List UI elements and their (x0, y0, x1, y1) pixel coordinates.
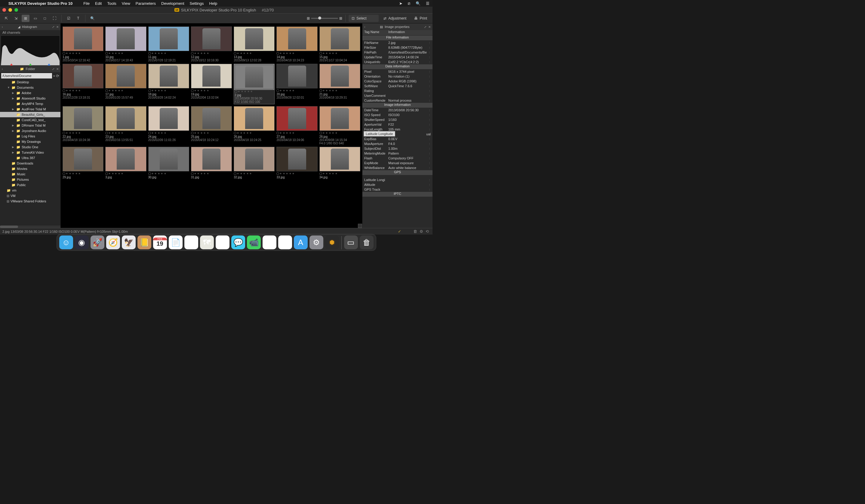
thumbnail[interactable]: ★ ★ ★ ★ ★33.jpg (276, 147, 317, 179)
rating-row[interactable]: ★ ★ ★ ★ ★ (276, 131, 317, 135)
tree-item[interactable]: ▶📁Studio One (0, 144, 60, 150)
rating-row[interactable]: ★ ★ ★ ★ ★ (148, 51, 189, 55)
panel-close-icon[interactable]: ✕ (428, 25, 431, 28)
grid-view-icon[interactable]: ⊞ (22, 15, 30, 22)
adjustment-button[interactable]: ⇄ Adjustment (380, 15, 410, 22)
thumbnail[interactable]: ★ ★ ★ ★ ★28.jpg2014/09/08 14:15:34F4.0 1… (320, 106, 360, 145)
menu-settings[interactable]: Settings (190, 1, 204, 6)
close-button[interactable] (2, 8, 6, 12)
thumbnail[interactable]: ★ ★ ★ ★ ★2.jpg2013/03/08 20:56:30F22 1/1… (234, 64, 275, 104)
rating-row[interactable]: ★ ★ ★ ★ ★ (320, 131, 360, 135)
thumbnail[interactable]: ★ ★ ★ ★ ★12.jpg2015/10/12 10:16:30 (191, 26, 232, 62)
tree-item[interactable]: ⊟VMware Shared Folders (0, 198, 60, 204)
rating-row[interactable]: ★ ★ ★ ★ ★ (62, 89, 103, 93)
status-sync-icon[interactable]: ⟲ (426, 229, 429, 234)
dock-maps-icon[interactable]: 🗺 (200, 235, 214, 249)
tree-item[interactable]: 📁AnyMP4 Temp (0, 101, 60, 106)
thumbnail[interactable]: ★ ★ ★ ★ ★25.jpg2016/04/18 10:24:12 (191, 106, 232, 145)
rating-row[interactable]: ★ ★ ★ ★ ★ (191, 51, 232, 55)
app-name[interactable]: SILKYPIX Developer Studio Pro 10 (9, 1, 72, 6)
dock-news-icon[interactable]: N (263, 235, 276, 249)
thumbnail[interactable]: ★ ★ ★ ★ ★26.jpg2016/04/18 10:24:25 (234, 106, 275, 145)
tree-item[interactable]: 📁Ultra 387 (0, 155, 60, 161)
rating-row[interactable]: ★ ★ ★ ★ ★ (191, 89, 232, 93)
thumbnail[interactable]: ★ ★ ★ ★ ★17.jpg2016/01/20 15:57:49 (105, 64, 146, 104)
search-icon[interactable]: 🔍 (416, 1, 420, 6)
import-icon[interactable]: ⇲ (12, 15, 20, 22)
panel-prev-icon[interactable]: ‹ (2, 67, 3, 71)
tree-item[interactable]: ▶📁DRmare Tidal M (0, 123, 60, 128)
tree-scrollbar[interactable] (0, 225, 60, 228)
rating-row[interactable]: ★ ★ ★ ★ ★ (276, 172, 317, 176)
tree-item[interactable]: ▼📁Documents (0, 85, 60, 90)
thumbnail[interactable]: ★ ★ ★ ★ ★27.jpg2016/04/18 10:24:06 (276, 106, 317, 145)
tree-item[interactable]: 📁Public (0, 182, 60, 188)
status-check-icon[interactable]: ✓ (398, 229, 401, 234)
magnify-icon[interactable]: 🔍 (89, 15, 96, 22)
maximize-button[interactable] (14, 8, 18, 12)
zoom-slider[interactable] (311, 18, 338, 19)
tree-item[interactable]: 📁Log Files (0, 133, 60, 139)
status-trash-icon[interactable]: 🗑 (413, 229, 417, 234)
tree-item[interactable]: 📁vm (0, 188, 60, 193)
text-tool-icon[interactable]: T (74, 15, 82, 22)
thumbnail[interactable]: ★ ★ ★ ★ ★10.jpg2015/02/17 14:18:43 (105, 26, 146, 62)
single-view-icon[interactable]: □ (41, 15, 49, 22)
menu-edit[interactable]: Edit (95, 1, 102, 6)
rating-row[interactable]: ★ ★ ★ ★ ★ (234, 172, 275, 176)
rating-row[interactable]: ★ ★ ★ ★ ★ (191, 131, 232, 135)
dock-photos-icon[interactable]: ✿ (216, 235, 230, 249)
cursor-icon[interactable]: ➤ (399, 1, 402, 6)
dock-settings-icon[interactable]: ⚙ (310, 235, 323, 249)
panel-collapse-icon[interactable]: ⤢ (52, 67, 55, 71)
thumbnail[interactable]: ★ ★ ★ ★ ★29.jpg (62, 147, 103, 179)
dock-reminders-icon[interactable]: ☰ (184, 235, 198, 249)
rating-row[interactable]: ★ ★ ★ ★ ★ (105, 172, 146, 176)
menu-parameters[interactable]: Parameters (136, 1, 156, 6)
rating-row[interactable]: ★ ★ ★ ★ ★ (320, 172, 360, 176)
control-center-icon[interactable]: ☰ (426, 1, 429, 6)
zoom-small-icon[interactable]: ⊞ (307, 16, 310, 21)
dock-trash-icon[interactable]: 🗑 (360, 235, 373, 249)
dock-calendar-icon[interactable]: FEB19 (153, 235, 167, 249)
rating-row[interactable]: ★ ★ ★ ★ ★ (148, 89, 189, 93)
scroll-corner-icon[interactable] (358, 224, 362, 228)
dock-facetime-icon[interactable]: 📹 (247, 235, 261, 249)
rating-row[interactable]: ★ ★ ★ ★ ★ (276, 51, 317, 55)
dock-contacts-icon[interactable]: 📒 (137, 235, 151, 249)
rating-row[interactable]: ★ ★ ★ ★ ★ (234, 131, 275, 135)
fullscreen-icon[interactable]: ⛶ (50, 15, 58, 22)
thumbnail[interactable]: ★ ★ ★ ★ ★24.jpg2016/02/09 11:01:26 (148, 106, 189, 145)
rating-row[interactable]: ★ ★ ★ ★ ★ (62, 172, 103, 176)
thumbnail[interactable]: ★ ★ ★ ★ ★20.jpg2015/09/28 12:02:01 (276, 64, 317, 104)
rating-row[interactable]: ★ ★ ★ ★ ★ (320, 51, 360, 55)
rating-row[interactable]: ★ ★ ★ ★ ★ (148, 131, 189, 135)
menu-help[interactable]: Help (209, 1, 218, 6)
thumbnail[interactable]: ★ ★ ★ ★ ★1.jpg2015/10/14 12:16:42 (62, 26, 103, 62)
tree-item[interactable]: 📁Pictures (0, 177, 60, 182)
rating-row[interactable]: ★ ★ ★ ★ ★ (105, 89, 146, 93)
thumbnail[interactable]: ★ ★ ★ ★ ★13.jpg2015/09/13 12:02:28 (234, 26, 275, 62)
thumbnail[interactable]: ★ ★ ★ ★ ★32.jpg (234, 147, 275, 179)
export-icon[interactable]: ⇱ (2, 15, 10, 22)
tree-item[interactable]: ▶📁Joyoshare Audio (0, 128, 60, 133)
tree-item[interactable]: 📁Music (0, 172, 60, 177)
thumbnail[interactable]: ★ ★ ★ ★ ★3.jpg (105, 147, 146, 179)
tree-item[interactable]: ⊟VM (0, 193, 60, 198)
filmstrip-view-icon[interactable]: ▭ (31, 15, 39, 22)
dock-siri-icon[interactable]: ◉ (75, 235, 89, 249)
thumbnail[interactable]: ★ ★ ★ ★ ★30.jpg (148, 147, 189, 179)
rating-row[interactable]: ★ ★ ★ ★ ★ (320, 89, 360, 93)
menu-file[interactable]: File (83, 1, 90, 6)
rating-row[interactable]: ★ ★ ★ ★ ★ (105, 51, 146, 55)
rating-row[interactable]: ★ ★ ★ ★ ★ (62, 131, 103, 135)
status-settings-icon[interactable]: ⚙ (419, 229, 423, 234)
thumbnail[interactable]: ★ ★ ★ ★ ★31.jpg (191, 147, 232, 179)
dock-silkypix-icon[interactable]: ⬢ (325, 235, 339, 249)
thumbnail[interactable]: ★ ★ ★ ★ ★16.jpg2015/12/28 13:18:31 (62, 64, 103, 104)
minimize-button[interactable] (9, 8, 12, 12)
tree-item[interactable]: ▶📁Adobe (0, 90, 60, 96)
tree-item[interactable]: ▶📁Aiseesoft Studio (0, 96, 60, 101)
tree-item[interactable]: 📁CorelCAD_test_ (0, 117, 60, 123)
rating-row[interactable]: ★ ★ ★ ★ ★ (234, 51, 275, 55)
